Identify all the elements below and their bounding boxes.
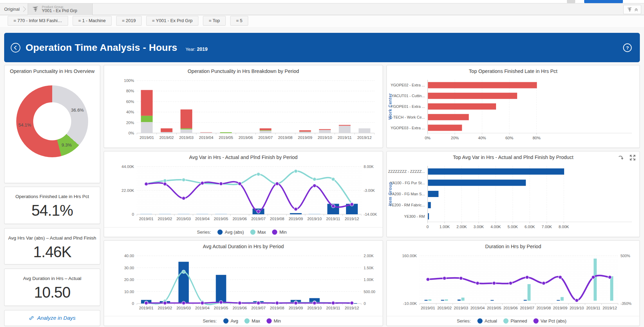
svg-text:2019/04: 2019/04: [195, 306, 210, 310]
chart-title: Operation Punctuality in Hrs Overview: [4, 65, 100, 76]
svg-text:2019/06: 2019/06: [233, 217, 247, 221]
legend-item[interactable]: Actual: [477, 318, 497, 324]
drill-down-icon[interactable]: [617, 154, 625, 162]
page-header: Operation Time Analysis - Hours Year:201…: [4, 33, 640, 62]
svg-text:2019/10: 2019/10: [570, 306, 584, 310]
punctuality-donut-chart[interactable]: 36.6%9.3%54.1%: [16, 85, 88, 157]
legend-item[interactable]: Avg: [223, 318, 238, 324]
svg-text:2019/11: 2019/11: [586, 306, 600, 310]
svg-text:10.00: 10.00: [124, 290, 134, 294]
legend-item[interactable]: Max: [250, 230, 266, 235]
svg-text:2019/03: 2019/03: [176, 217, 191, 221]
punctuality-breakdown-chart[interactable]: 0%20%40%60%80%100%2019/012019/022019/032…: [104, 76, 383, 145]
legend-item[interactable]: Min: [267, 318, 281, 324]
svg-text:YACUT01 - Cuttin...: YACUT01 - Cuttin...: [392, 94, 425, 98]
chart-card-top-operations-late: Top Operations Finished Late in Hrs Pct …: [386, 65, 640, 148]
legend-label: Planned: [511, 318, 527, 324]
analyze-in-days-link[interactable]: Analyze in Days: [4, 310, 100, 326]
svg-text:2019/03: 2019/03: [454, 306, 468, 310]
help-button[interactable]: ?: [623, 43, 632, 53]
legend-label: Avg: [231, 318, 238, 324]
svg-text:2019/09: 2019/09: [553, 306, 568, 310]
svg-text:0: 0: [427, 225, 429, 229]
legend-item[interactable]: Min: [272, 230, 287, 235]
avg-var-by-period-chart[interactable]: 022.00K44.00K8.00K-3.00K-14.00K2019/0120…: [104, 162, 383, 226]
chart-card-avg-var-by-period: Avg Var in Hrs - Actual and Plnd Finish …: [104, 151, 383, 237]
svg-text:60%: 60%: [126, 100, 134, 104]
svg-text:2019/12: 2019/12: [603, 306, 617, 310]
svg-text:YA200 - FG Man S...: YA200 - FG Man S...: [390, 192, 425, 196]
top-operations-late-chart[interactable]: 0%20%40%60%80%YGOPE02 - Extra ...YACUT01…: [387, 76, 640, 146]
donut-hole: [33, 102, 71, 140]
expand-icon[interactable]: [629, 154, 636, 161]
top-avg-var-by-product-chart[interactable]: 01.00K2.00K3.00K4.00K5.00K6.00K7.00K8.00…: [387, 162, 640, 235]
breadcrumb-toolbar: Original Product Group Y001 - Ex Prd Grp: [0, 3, 644, 15]
duration-by-period-chart[interactable]: -10.00K160.00K500%-350%2019/012019/02201…: [387, 251, 640, 315]
svg-text:2019/05: 2019/05: [214, 306, 228, 310]
svg-text:100%: 100%: [124, 78, 134, 83]
svg-text:2019/09: 2019/09: [298, 136, 312, 140]
chart-legend: Series:ActualPlannedVar Pct (abs): [387, 316, 640, 326]
svg-text:2019/09: 2019/09: [289, 217, 303, 221]
svg-text:2019/04: 2019/04: [470, 306, 485, 310]
legend-item[interactable]: Max: [244, 318, 260, 324]
legend-label: Avg (abs): [225, 230, 244, 235]
svg-text:2019/01: 2019/01: [139, 306, 153, 310]
year-filter: Year:2019: [186, 46, 208, 52]
breadcrumb-root[interactable]: Original: [4, 3, 20, 15]
donut-label: 36.6%: [71, 108, 84, 113]
svg-text:-3.00K: -3.00K: [364, 188, 375, 193]
legend-dot-icon: [272, 230, 277, 235]
svg-text:YGOPE02 - Extra ...: YGOPE02 - Extra ...: [391, 83, 425, 87]
svg-text:YGOPE01 - Extra ...: YGOPE01 - Extra ...: [391, 104, 425, 109]
legend-item[interactable]: Avg (abs): [217, 230, 244, 235]
legend-label: Actual: [485, 318, 497, 324]
svg-text:40%: 40%: [126, 110, 134, 114]
avg-actual-duration-chart[interactable]: 010.0020.0030.0040.000500.001.00K1.50K2.…: [104, 251, 383, 315]
svg-text:40.00: 40.00: [124, 254, 134, 258]
kpi-card-late-pct: Operations Finished Late in Hrs Pct 54.1…: [4, 187, 100, 224]
svg-text:2019/02: 2019/02: [437, 306, 452, 310]
legend-dot-icon: [533, 318, 539, 324]
svg-text:2019/02: 2019/02: [158, 217, 172, 221]
filter-chip-4[interactable]: = Top: [203, 16, 226, 26]
svg-text:44.00K: 44.00K: [122, 165, 134, 169]
svg-text:2019/06: 2019/06: [233, 306, 247, 310]
donut-card: Operation Punctuality in Hrs Overview 36…: [4, 65, 100, 183]
top-strip-gray-button[interactable]: [567, 0, 575, 3]
chart-card-punctuality-breakdown: Operation Punctuality in Hrs Breakdown b…: [104, 65, 383, 148]
filter-chip-1[interactable]: = 1 - Machine: [73, 16, 112, 26]
kpi-card-avg-var: Avg Hrs Var (abs) – Actual and Plnd Fini…: [4, 228, 100, 264]
legend-item[interactable]: Planned: [503, 318, 527, 324]
filter-chip-0[interactable]: = 770 - Infor M3 Fashi…: [8, 16, 68, 26]
svg-text:2019/07: 2019/07: [251, 306, 266, 310]
legend-dot-icon: [217, 230, 223, 235]
svg-text:0: 0: [132, 301, 134, 306]
svg-text:2019/01: 2019/01: [421, 306, 435, 310]
filter-chip-3[interactable]: = Y001 - Ex Prd Grp: [146, 16, 198, 26]
breadcrumb-crumb[interactable]: Product Group Y001 - Ex Prd Grp: [28, 3, 93, 15]
kpi-value: 10.50: [4, 284, 100, 301]
svg-text:20.00: 20.00: [124, 278, 134, 282]
top-strip-blue-button[interactable]: [584, 0, 623, 3]
filter-chip-5[interactable]: = 5: [230, 16, 248, 26]
year-value: 2019: [197, 46, 208, 52]
svg-text:2019/12: 2019/12: [345, 306, 359, 310]
kpi-value: 54.1%: [4, 202, 100, 219]
filter-chip-2[interactable]: = 2019: [116, 16, 142, 26]
kpi-title: Avg Hrs Var (abs) – Actual and Plnd Fini…: [4, 235, 100, 241]
svg-text:8.00K: 8.00K: [559, 225, 569, 229]
legend-item[interactable]: Var Pct (abs): [533, 318, 567, 324]
svg-text:2019/06: 2019/06: [239, 136, 253, 140]
svg-text:2019/11: 2019/11: [326, 217, 340, 221]
back-button[interactable]: [10, 43, 21, 53]
legend-label: Max: [252, 318, 260, 324]
donut-label: 9.3%: [62, 142, 72, 148]
svg-text:1.50K: 1.50K: [364, 266, 374, 270]
chart-card-top-avg-var-by-product: Top Avg Var in Hrs - Actual and Plnd Fin…: [386, 151, 640, 237]
donut-label: 54.1%: [18, 122, 31, 128]
svg-text:2019/11: 2019/11: [326, 306, 340, 310]
birst-logo-icon: [31, 6, 39, 13]
svg-text:20%: 20%: [451, 136, 459, 140]
collapse-button[interactable]: [623, 5, 641, 14]
